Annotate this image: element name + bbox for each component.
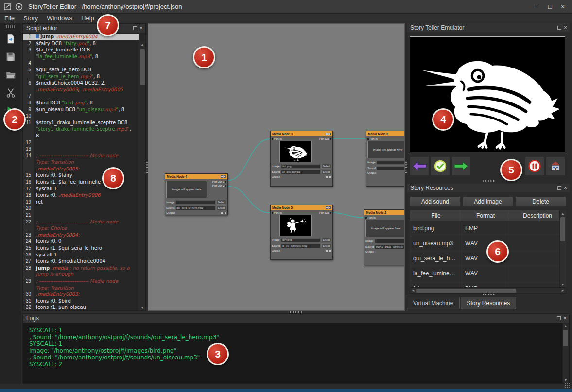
scrollbar-thumb[interactable]	[140, 49, 145, 85]
close-dock-icon[interactable]: ×	[564, 25, 567, 31]
code-line[interactable]: 30.mediaEntry0003:	[23, 291, 139, 298]
code-line[interactable]: 7	[23, 93, 139, 100]
table-row[interactable]: bird.pngBMP	[410, 221, 566, 236]
code-line[interactable]: 22; ---------------------------- Media n…	[23, 219, 139, 225]
code-line[interactable]: 19ret	[23, 199, 139, 205]
export-script-button[interactable]	[3, 32, 18, 46]
code-line[interactable]: 21	[23, 212, 139, 219]
code-line[interactable]: 28jump .media ; no return possible, so a	[23, 265, 139, 272]
column-description[interactable]: Description	[509, 210, 566, 221]
column-format[interactable]: Format	[462, 210, 509, 221]
code-line[interactable]: 20	[23, 205, 139, 212]
code-line[interactable]: "story1_drako_luminelle_sceptre.mp3",	[23, 126, 139, 133]
select-button[interactable]: Select	[321, 164, 331, 169]
port-in-label[interactable]: Port In	[367, 137, 405, 140]
scroll-up-icon[interactable]: ▲	[560, 210, 566, 216]
table-scrollbar[interactable]: ▲ ▼	[559, 210, 566, 287]
code-line[interactable]: 1jump .mediaEntry0004	[23, 34, 139, 40]
minimize-button[interactable]: –	[531, 2, 544, 12]
scroll-up-icon[interactable]: ▲	[563, 323, 569, 329]
node-titlebar[interactable]: Media Node 4	[165, 174, 227, 179]
column-file[interactable]: File	[410, 210, 462, 221]
node-close-icon[interactable]	[329, 133, 331, 135]
graph-node[interactable]: Media Node 3 Port InPort Out Imagebird.p…	[270, 131, 333, 187]
pause-button[interactable]	[525, 156, 544, 176]
tab-story-resources[interactable]: Story Resources	[461, 297, 517, 309]
script-editor-scrollbar[interactable]: ▲ ▼	[139, 41, 145, 310]
code-line[interactable]: 26syscall 1	[23, 252, 139, 258]
code-line[interactable]: 32Icons r1, $un_oiseau	[23, 304, 139, 310]
select-button[interactable]: Select	[321, 238, 331, 242]
node-collapse-icon[interactable]	[326, 206, 328, 209]
node-titlebar[interactable]: Media Node 5	[271, 205, 332, 210]
output-icon[interactable]	[329, 250, 331, 252]
select-button[interactable]: Select	[321, 243, 331, 248]
port-in-label[interactable]: Port In	[272, 137, 319, 140]
scroll-down-icon[interactable]: ▼	[139, 305, 145, 310]
graph-node[interactable]: Media Node 5 Port InPort Out Imagefairy.…	[270, 205, 333, 260]
code-line[interactable]: 24Icons r0, 0	[23, 238, 139, 245]
menu-story[interactable]: Story	[19, 14, 42, 23]
node-titlebar[interactable]: Media Node 3	[271, 131, 332, 136]
node-titlebar[interactable]: Media Node 6	[366, 131, 405, 136]
port-out-label[interactable]: Port Out	[319, 137, 331, 140]
home-button[interactable]	[546, 156, 565, 176]
graph-node[interactable]: Media Node 6 Port InImage will appear he…	[366, 131, 405, 187]
splitter-emulator[interactable]	[407, 180, 570, 182]
resize-grip[interactable]	[565, 383, 570, 388]
scroll-down-icon[interactable]: ▼	[563, 377, 569, 383]
scrollbar-thumb[interactable]	[563, 330, 568, 346]
node-titlebar[interactable]: Media Node 2	[364, 210, 405, 215]
script-editor[interactable]: 1jump .mediaEntry00042$fairy DC8 "fairy.…	[23, 33, 145, 310]
save-button[interactable]	[3, 50, 18, 64]
code-line[interactable]: Type: Choice	[23, 225, 139, 232]
code-line[interactable]: 4	[23, 60, 139, 67]
add-sound-button[interactable]: Add sound	[410, 196, 461, 207]
code-line[interactable]: 8$bird DC8 "bird.png", 8	[23, 100, 139, 106]
delete-button[interactable]: Delete	[515, 196, 566, 207]
table-row[interactable]: fairy.pngBMP	[410, 281, 566, 288]
output-icon[interactable]	[221, 212, 223, 214]
output-icon[interactable]	[224, 212, 226, 214]
port-out-label[interactable]: Port Out 1	[212, 180, 226, 183]
node-collapse-icon[interactable]	[326, 133, 328, 135]
code-line[interactable]: .mediaEntry0003, .mediaEntry0005	[23, 86, 139, 93]
table-row[interactable]: la_fee_lumine…WAV	[410, 266, 566, 281]
float-dock-icon[interactable]	[557, 186, 561, 190]
code-line[interactable]: 29; ---------------------------- Media n…	[23, 278, 139, 285]
menu-help[interactable]: Help	[77, 14, 99, 23]
float-dock-icon[interactable]	[557, 26, 561, 30]
code-line[interactable]: jump is enough	[23, 271, 139, 278]
select-button[interactable]: Select	[321, 170, 331, 174]
node-collapse-icon[interactable]	[221, 175, 223, 178]
output-icon[interactable]	[326, 250, 328, 252]
port-in-label[interactable]: Port In	[272, 211, 319, 214]
maximize-button[interactable]: □	[544, 2, 556, 12]
output-icon[interactable]	[329, 176, 331, 178]
code-line[interactable]: 5$qui_sera_le_hero DC8	[23, 67, 139, 73]
port-out-label[interactable]: Port Out 2	[212, 184, 226, 187]
code-line[interactable]: 3$la_fee_luminelle DC8	[23, 47, 139, 53]
graph-node[interactable]: Media Node 4Image will appear herePort O…	[165, 173, 228, 215]
close-dock-icon[interactable]: ×	[564, 185, 567, 191]
cut-button[interactable]	[3, 85, 18, 100]
select-button[interactable]: Select	[216, 205, 226, 210]
add-image-button[interactable]: Add image	[463, 196, 514, 207]
code-line[interactable]: 18Icons r0, .mediaEntry0006	[23, 192, 139, 199]
code-line[interactable]: 2$fairy DC8 "fairy.png", 8	[23, 40, 139, 47]
code-line[interactable]: 25Icons r1, $qui_sera_le_hero	[23, 245, 139, 252]
output-icon[interactable]	[326, 176, 328, 178]
close-dock-icon[interactable]: ×	[563, 315, 567, 321]
scroll-up-icon[interactable]: ▲	[139, 41, 145, 47]
float-dock-icon[interactable]	[557, 316, 561, 320]
node-close-icon[interactable]	[224, 175, 226, 178]
code-line[interactable]: 11$story1_drako_luminelle_sceptre DC8	[23, 119, 139, 126]
port-out-label[interactable]: Port Out	[319, 211, 331, 214]
next-button[interactable]	[451, 156, 471, 176]
code-line[interactable]: 23.mediaEntry0004:	[23, 232, 139, 239]
scrollbar-thumb[interactable]	[560, 217, 565, 241]
select-button[interactable]: Select	[216, 200, 226, 205]
code-line[interactable]: "la_fee_luminelle.mp3", 8	[23, 53, 139, 60]
code-line[interactable]: 13	[23, 146, 139, 153]
graph-node[interactable]: Media Node 2 Port InImage will appear he…	[364, 209, 405, 265]
